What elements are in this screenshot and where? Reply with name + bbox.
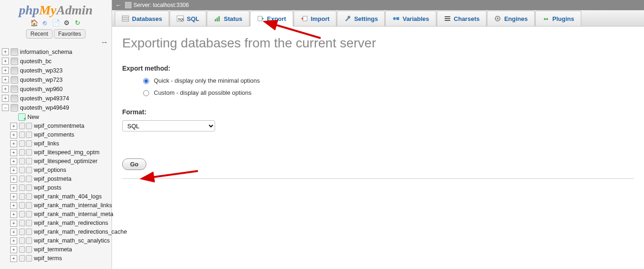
expand-icon[interactable]: [10, 149, 17, 156]
db-item[interactable]: quotesth_bc: [2, 57, 112, 66]
table-name[interactable]: wpif_comments: [34, 131, 74, 138]
table-item[interactable]: wpif_links: [10, 139, 112, 148]
expand-icon[interactable]: [10, 202, 17, 209]
radio-custom[interactable]: [143, 90, 149, 96]
table-name[interactable]: wpif_posts: [34, 184, 61, 191]
favorites-button[interactable]: Favorites: [54, 29, 85, 39]
db-item[interactable]: quotesth_wp960: [2, 85, 112, 94]
expand-icon[interactable]: [2, 76, 9, 83]
table-name[interactable]: wpif_litespeed_optimizer: [34, 158, 98, 164]
expand-icon[interactable]: [10, 158, 17, 165]
tab-plugins[interactable]: Plugins: [535, 11, 581, 26]
expand-icon[interactable]: [10, 255, 17, 262]
import-icon: [301, 15, 308, 22]
settings-icon[interactable]: ⚙: [63, 19, 71, 26]
db-name[interactable]: quotesth_wp960: [20, 86, 63, 92]
db-name[interactable]: information_schema: [20, 49, 72, 55]
table-item[interactable]: wpif_terms: [10, 254, 112, 263]
expand-icon[interactable]: [10, 211, 17, 218]
db-name[interactable]: quotesth_wp49374: [20, 95, 69, 102]
tab-sql[interactable]: SQLSQL: [170, 11, 206, 26]
tab-status[interactable]: Status: [207, 11, 250, 26]
phpmyadmin-logo[interactable]: phpMyAdmin: [0, 0, 112, 19]
table-name[interactable]: wpif_commentmeta: [34, 123, 84, 129]
back-icon[interactable]: ←: [115, 1, 122, 9]
tab-export[interactable]: Export: [250, 11, 293, 26]
table-name[interactable]: wpif_litespeed_img_optm: [34, 149, 99, 156]
db-item[interactable]: information_schema: [2, 47, 112, 57]
tab-settings[interactable]: Settings: [337, 11, 385, 26]
db-item[interactable]: quotesth_wp49649: [2, 103, 112, 112]
recent-button[interactable]: Recent: [26, 29, 52, 39]
tab-charsets[interactable]: Charsets: [437, 11, 487, 26]
table-name[interactable]: wpif_terms: [34, 255, 62, 262]
db-name[interactable]: quotesth_wp49649: [20, 105, 69, 111]
table-name[interactable]: wpif_termmeta: [34, 246, 72, 253]
table-item[interactable]: wpif_rank_math_sc_analytics: [10, 236, 112, 245]
table-item[interactable]: wpif_rank_math_internal_links: [10, 201, 112, 210]
collapse-all-icon[interactable]: ⊶: [0, 39, 112, 47]
tab-variables[interactable]: Variables: [385, 11, 436, 26]
expand-icon[interactable]: [10, 131, 17, 138]
logout-icon[interactable]: ⎋: [41, 19, 48, 26]
table-item[interactable]: wpif_rank_math_redirections_cache: [10, 228, 112, 236]
expand-icon[interactable]: [2, 85, 9, 92]
tab-import[interactable]: Import: [294, 11, 336, 26]
expand-icon[interactable]: [10, 237, 17, 244]
table-name[interactable]: wpif_rank_math_internal_links: [34, 202, 112, 209]
db-name[interactable]: quotesth_wp723: [20, 77, 63, 83]
tab-databases[interactable]: Databases: [115, 11, 169, 26]
collapse-icon[interactable]: [2, 104, 9, 111]
table-name[interactable]: wpif_links: [34, 140, 59, 147]
table-item[interactable]: wpif_litespeed_img_optm: [10, 148, 112, 157]
go-button[interactable]: Go: [122, 158, 146, 170]
expand-icon[interactable]: [10, 229, 17, 236]
new-label[interactable]: New: [27, 114, 39, 120]
table-name[interactable]: wpif_rank_math_internal_meta: [34, 211, 113, 217]
table-item[interactable]: wpif_rank_math_404_logs: [10, 192, 112, 201]
table-item[interactable]: wpif_posts: [10, 184, 112, 192]
reload-icon[interactable]: ↻: [74, 19, 81, 26]
expand-icon[interactable]: [2, 95, 9, 102]
expand-icon[interactable]: [10, 123, 17, 130]
table-item[interactable]: wpif_commentmeta: [10, 122, 112, 131]
database-icon: [11, 85, 18, 93]
table-name[interactable]: wpif_rank_math_redirections: [34, 220, 108, 226]
radio-quick[interactable]: [143, 78, 149, 84]
expand-icon[interactable]: [2, 48, 9, 55]
table-item[interactable]: wpif_rank_math_internal_meta: [10, 210, 112, 219]
svg-text:SQL: SQL: [178, 18, 184, 21]
table-item[interactable]: wpif_rank_math_redirections: [10, 219, 112, 228]
new-table[interactable]: New: [10, 112, 112, 122]
table-name[interactable]: wpif_rank_math_sc_analytics: [34, 237, 110, 244]
docs-icon[interactable]: 📄: [52, 19, 59, 26]
table-item[interactable]: wpif_litespeed_optimizer: [10, 157, 112, 166]
db-name[interactable]: quotesth_wp323: [20, 67, 63, 74]
tab-engines[interactable]: Engines: [487, 11, 535, 26]
expand-icon[interactable]: [10, 246, 17, 253]
db-item[interactable]: quotesth_wp723: [2, 75, 112, 85]
expand-icon[interactable]: [10, 184, 17, 191]
expand-icon[interactable]: [10, 167, 17, 174]
table-name[interactable]: wpif_options: [34, 167, 66, 173]
export-method-custom[interactable]: Custom - display all possible options: [141, 89, 634, 96]
expand-icon[interactable]: [2, 58, 9, 65]
db-item[interactable]: quotesth_wp49374: [2, 94, 112, 103]
format-select[interactable]: SQL: [122, 120, 215, 131]
table-item[interactable]: wpif_postmeta: [10, 175, 112, 184]
table-item[interactable]: wpif_termmeta: [10, 245, 112, 254]
expand-icon[interactable]: [10, 220, 17, 227]
export-method-quick[interactable]: Quick - display only the minimal options: [141, 77, 634, 84]
table-name[interactable]: wpif_postmeta: [34, 176, 72, 182]
db-name[interactable]: quotesth_bc: [20, 58, 52, 65]
table-name[interactable]: wpif_rank_math_404_logs: [34, 193, 102, 200]
server-label[interactable]: Server: localhost:3306: [133, 2, 189, 8]
expand-icon[interactable]: [10, 193, 17, 200]
table-item[interactable]: wpif_options: [10, 166, 112, 175]
db-item[interactable]: quotesth_wp323: [2, 66, 112, 75]
home-icon[interactable]: 🏠: [30, 19, 38, 26]
expand-icon[interactable]: [10, 140, 17, 147]
expand-icon[interactable]: [2, 67, 9, 74]
table-item[interactable]: wpif_comments: [10, 131, 112, 139]
expand-icon[interactable]: [10, 176, 17, 183]
